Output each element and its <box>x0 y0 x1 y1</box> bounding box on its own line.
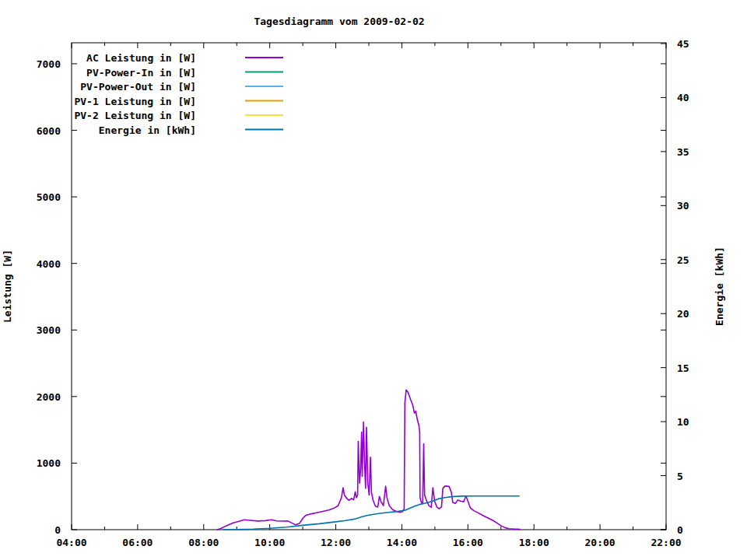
y-tick-label: 7000 <box>37 58 61 70</box>
y-axis-label: Leistung [W] <box>2 250 13 323</box>
y2-tick-label: 20 <box>677 308 689 320</box>
x-tick-label: 08:00 <box>188 537 219 548</box>
legend-label: PV-Power-In in [W] <box>86 67 196 79</box>
plot-svg: Tagesdiagramm vom 2009-02-02 Leistung [W… <box>0 0 747 560</box>
y2-tick-label: 0 <box>677 524 683 536</box>
chart-canvas: Tagesdiagramm vom 2009-02-02 Leistung [W… <box>0 0 747 560</box>
y2-tick-label: 45 <box>677 38 689 50</box>
legend-label: PV-Power-Out in [W] <box>80 81 196 93</box>
series-line-energie-in-kwh <box>223 496 519 530</box>
x-tick-label: 20:00 <box>585 537 615 548</box>
y-tick-label: 0 <box>54 524 61 536</box>
y-tick-label: 3000 <box>37 324 61 336</box>
x-tick-label: 18:00 <box>519 537 549 548</box>
x-tick-label: 16:00 <box>453 537 483 548</box>
series-line-ac-leistung-in-w <box>217 390 520 530</box>
legend-label: AC Leistung in [W] <box>86 52 196 64</box>
y-tick-label: 2000 <box>37 391 61 403</box>
x-tick-label: 10:00 <box>254 537 285 548</box>
y2-tick-label: 5 <box>677 471 683 482</box>
chart-title: Tagesdiagramm vom 2009-02-02 <box>254 16 424 27</box>
x-tick-label: 06:00 <box>122 537 153 548</box>
y2-tick-label: 30 <box>677 200 689 212</box>
y2-axis-label: Energie [kWh] <box>714 247 725 326</box>
y-tick-label: 1000 <box>37 457 61 469</box>
y-tick-label: 5000 <box>37 191 61 203</box>
x-tick-label: 04:00 <box>56 537 86 548</box>
y-tick-label: 4000 <box>37 258 61 270</box>
y2-tick-label: 40 <box>677 92 689 103</box>
legend-label: PV-1 Leistung in [W] <box>74 96 196 107</box>
x-tick-label: 14:00 <box>387 537 417 548</box>
legend-label: Energie in [kWh] <box>99 124 196 136</box>
x-tick-label: 22:00 <box>651 537 681 548</box>
y2-tick-label: 35 <box>677 146 689 158</box>
y2-tick-label: 25 <box>677 254 689 266</box>
y2-tick-label: 15 <box>677 362 689 374</box>
y2-tick-label: 10 <box>677 416 689 428</box>
plot-generated: 04:0006:0008:0010:0012:0014:0016:0018:00… <box>37 38 689 548</box>
y-tick-label: 6000 <box>37 125 61 137</box>
x-tick-label: 12:00 <box>321 537 351 548</box>
legend-label: PV-2 Leistung in [W] <box>74 110 196 121</box>
